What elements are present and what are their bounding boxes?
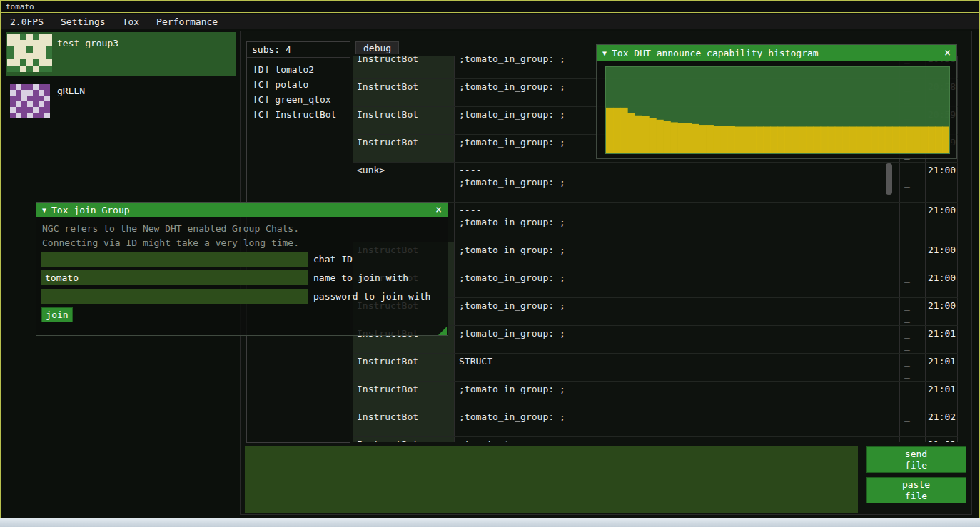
message-text: ;tomato_in_group: ;: [454, 326, 899, 353]
message-flags: _ _: [899, 270, 925, 297]
dht-histogram-window: ▼ Tox DHT announce capability histogram …: [596, 44, 957, 159]
message-timestamp: 21:00: [925, 242, 958, 270]
contact-avatar: [10, 84, 50, 118]
join-password-label: password to join with: [313, 291, 430, 302]
member-item[interactable]: [C] green_qtox: [247, 92, 350, 107]
chat-id-label: chat ID: [313, 254, 353, 265]
message-sender: InstructBot: [353, 135, 454, 162]
message-timestamp: 21:01: [925, 354, 958, 381]
message-text: ;tomato_in_group: ;: [454, 298, 899, 325]
message-sender: InstructBot: [353, 56, 454, 78]
message-sender: InstructBot: [353, 354, 454, 381]
message-flags: _ _: [899, 382, 925, 409]
message-text: STRUCT: [454, 354, 899, 381]
join-window-titlebar[interactable]: ▼ Tox join Group ×: [36, 203, 448, 217]
send-file-button[interactable]: send file: [866, 446, 966, 473]
message-flags: _ _: [899, 242, 925, 270]
menu-bar: 2.0FPSSettingsToxPerformance: [1, 14, 979, 29]
tab-debug[interactable]: debug: [355, 41, 399, 54]
message-flags: _ _: [899, 354, 925, 381]
join-info-line: Connecting via ID might take a very long…: [42, 237, 299, 248]
message-flags: _ _: [899, 437, 925, 442]
message-sender: InstructBot: [353, 79, 454, 106]
chat-message-row[interactable]: InstructBot;tomato_in_group: ;_ _21:01: [353, 382, 958, 409]
chat-message-row[interactable]: <unk>---- ;tomato_in_group: ; ----_ _21:…: [353, 163, 958, 203]
member-item[interactable]: [C] potato: [247, 77, 350, 92]
message-timestamp: 21:01: [925, 326, 958, 353]
message-text: ;tomato_in_group: ;: [454, 409, 899, 436]
menu-item-tox[interactable]: Tox: [114, 15, 148, 29]
join-window-body: NGC refers to the New DHT enabled Group …: [36, 217, 448, 336]
member-item[interactable]: [C] InstructBot: [247, 107, 350, 122]
group-avatar: [7, 34, 52, 72]
contact-name: gREEN: [57, 86, 85, 96]
histogram-window-titlebar[interactable]: ▼ Tox DHT announce capability histogram …: [597, 45, 956, 61]
message-text: ;tomato_in_group: ;: [454, 242, 899, 270]
message-input[interactable]: [245, 446, 858, 513]
message-text: ;tomato_in_group: ;: [454, 270, 899, 297]
join-window-title: Tox join Group: [51, 205, 130, 215]
paste-file-button[interactable]: paste file: [866, 477, 966, 503]
message-flags: _ _: [899, 298, 925, 325]
message-timestamp: 21:02: [925, 409, 958, 436]
menu-item-settings[interactable]: Settings: [52, 15, 114, 29]
message-text: ;tomato_in_group: ;: [454, 382, 899, 409]
message-flags: _ _: [899, 203, 925, 242]
window-titlebar: tomato: [1, 1, 979, 13]
join-info-line: NGC refers to the New DHT enabled Group …: [42, 223, 299, 234]
message-flags: _ _: [899, 409, 925, 436]
message-sender: InstructBot: [353, 437, 454, 442]
subs-count: subs: 4: [247, 42, 350, 58]
message-timestamp: 21:01: [925, 382, 958, 409]
member-item[interactable]: [D] tomato2: [247, 62, 350, 77]
join-name-label: name to join with: [313, 272, 408, 283]
message-sender: <unk>: [353, 163, 454, 202]
message-timestamp: 21:00: [925, 270, 958, 297]
contact-name: test_group3: [57, 38, 118, 48]
resize-grip[interactable]: [438, 327, 447, 335]
join-button[interactable]: join: [41, 307, 73, 322]
member-list: [D] tomato2[C] potato[C] green_qtox[C] I…: [247, 58, 350, 122]
message-timestamp: 21:00: [925, 163, 958, 202]
join-password-input[interactable]: [41, 289, 308, 304]
message-flags: _ _: [899, 326, 925, 353]
close-icon[interactable]: ×: [435, 203, 442, 216]
join-group-window: ▼ Tox join Group × NGC refers to the New…: [36, 202, 448, 336]
chat-scrollbar[interactable]: [886, 163, 892, 195]
message-text: ;tomato_in_group: ;: [454, 437, 899, 442]
window-title: tomato: [6, 2, 34, 11]
histogram-bars: [606, 67, 949, 153]
histogram-window-title: Tox DHT announce capability histogram: [612, 48, 819, 58]
message-timestamp: 21:02: [925, 437, 958, 442]
collapse-arrow-icon[interactable]: ▼: [42, 206, 46, 214]
histogram-plot: [605, 66, 950, 154]
chat-message-row[interactable]: InstructBot;tomato_in_group: ;_ _21:02: [353, 409, 958, 437]
chat-message-row[interactable]: InstructBotSTRUCT_ _21:01: [353, 354, 958, 382]
join-name-input[interactable]: tomato: [41, 270, 308, 285]
chat-message-row[interactable]: InstructBot;tomato_in_group: ;_ _21:02: [353, 437, 958, 442]
message-sender: InstructBot: [353, 382, 454, 409]
sidebar-item-test-group3[interactable]: test_group3: [6, 32, 236, 76]
message-text: ---- ;tomato_in_group: ; ----: [454, 203, 899, 242]
sidebar-item-green[interactable]: gREEN: [6, 80, 236, 123]
menu-item-performance[interactable]: Performance: [148, 15, 226, 29]
taskbar-strip: [0, 518, 980, 527]
message-text: ---- ;tomato_in_group: ; ----: [454, 163, 899, 202]
message-timestamp: 21:00: [925, 298, 958, 325]
chat-id-input[interactable]: [41, 252, 308, 267]
message-sender: InstructBot: [353, 107, 454, 134]
menu-item-2-0fps: 2.0FPS: [1, 15, 52, 29]
message-flags: _ _: [899, 163, 925, 202]
collapse-arrow-icon[interactable]: ▼: [602, 49, 607, 57]
message-sender: InstructBot: [353, 409, 454, 436]
message-timestamp: 21:00: [925, 203, 958, 242]
close-icon[interactable]: ×: [944, 46, 951, 59]
